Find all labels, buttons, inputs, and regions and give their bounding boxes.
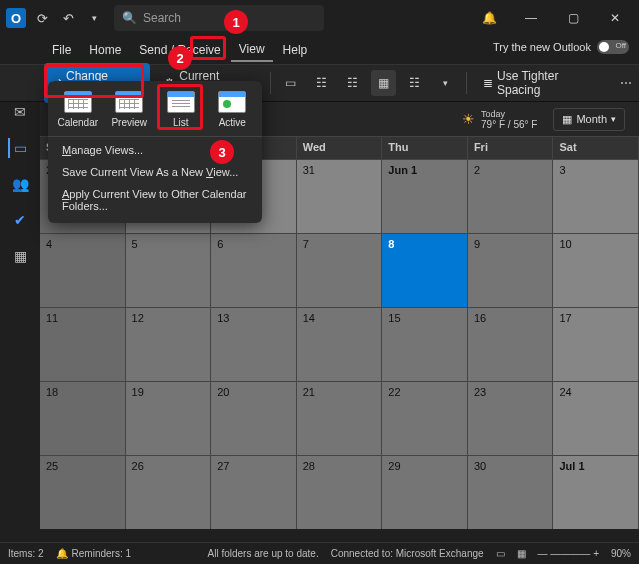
day-cell[interactable]: 14 <box>297 308 383 381</box>
day-cell[interactable]: 19 <box>126 382 212 455</box>
day-cell[interactable]: 23 <box>468 382 554 455</box>
day-cell[interactable]: 6 <box>211 234 297 307</box>
menu-home[interactable]: Home <box>81 39 129 61</box>
view-option-calendar[interactable]: Calendar <box>54 91 102 128</box>
day-cell[interactable]: 25 <box>40 456 126 529</box>
tighter-label: Use Tighter Spacing <box>497 69 600 97</box>
tighter-spacing-button[interactable]: ≣ Use Tighter Spacing <box>475 63 608 103</box>
notifications-icon[interactable]: 🔔 <box>471 0 507 36</box>
menu-text: Save Current View As a New View... <box>62 166 238 178</box>
rail-more-apps-icon[interactable]: ▦ <box>10 246 30 266</box>
chevron-down-icon: ▾ <box>611 114 616 124</box>
menu-file[interactable]: File <box>44 39 79 61</box>
day-cell[interactable]: 2 <box>468 160 554 233</box>
day-cell[interactable]: 16 <box>468 308 554 381</box>
maximize-button[interactable]: ▢ <box>555 0 591 36</box>
menu-text: pply Current View to Other Calendar Fold… <box>62 188 246 212</box>
annotation-badge-2: 2 <box>168 46 192 70</box>
day-cell[interactable]: Jul 1 <box>553 456 639 529</box>
view-option-preview[interactable]: Preview <box>105 91 153 128</box>
left-rail: ✉ ▭ 👥 ✔ ▦ <box>0 102 40 542</box>
weather-today-label: Today <box>481 109 537 119</box>
day-cell[interactable]: 30 <box>468 456 554 529</box>
day-cell[interactable]: 29 <box>382 456 468 529</box>
day-cell[interactable]: 15 <box>382 308 468 381</box>
day-view-icon[interactable]: ▭ <box>279 70 304 96</box>
view-selector[interactable]: ▦ Month ▾ <box>553 108 625 131</box>
undo-icon[interactable]: ↶ <box>58 11 78 26</box>
search-box[interactable]: 🔍 Search <box>114 5 324 31</box>
view-option-label: Calendar <box>57 117 98 128</box>
day-cell[interactable]: 7 <box>297 234 383 307</box>
day-cell[interactable]: 22 <box>382 382 468 455</box>
apply-view-menu[interactable]: Apply Current View to Other Calendar Fol… <box>48 183 262 217</box>
day-cell[interactable]: 27 <box>211 456 297 529</box>
calendar-view-icon <box>64 91 92 113</box>
day-cell[interactable]: 21 <box>297 382 383 455</box>
menu-help[interactable]: Help <box>275 39 316 61</box>
day-cell[interactable]: 26 <box>126 456 212 529</box>
day-cell[interactable]: 18 <box>40 382 126 455</box>
view-option-active[interactable]: Active <box>208 91 256 128</box>
preview-view-icon <box>115 91 143 113</box>
view-option-label: Preview <box>111 117 147 128</box>
sync-icon[interactable]: ⟳ <box>32 11 52 26</box>
day-cell[interactable]: 11 <box>40 308 126 381</box>
zoom-slider[interactable]: — ———— + <box>538 548 599 559</box>
zoom-value: 90% <box>611 548 631 559</box>
outlook-app-icon[interactable]: O <box>6 8 26 28</box>
rail-mail-icon[interactable]: ✉ <box>10 102 30 122</box>
day-header: Fri <box>468 137 554 159</box>
view-selector-label: Month <box>576 113 607 125</box>
day-cell[interactable]: 20 <box>211 382 297 455</box>
day-cell[interactable]: Jun 1 <box>382 160 468 233</box>
menu-view[interactable]: View <box>231 38 273 62</box>
try-new-outlook: Try the new Outlook Off <box>493 40 629 54</box>
work-week-view-icon[interactable]: ☷ <box>309 70 334 96</box>
day-cell[interactable]: 28 <box>297 456 383 529</box>
day-cell[interactable]: 3 <box>553 160 639 233</box>
status-reminders[interactable]: 🔔Reminders: 1 <box>56 548 131 559</box>
bell-icon: 🔔 <box>56 548 68 559</box>
day-cell[interactable]: 17 <box>553 308 639 381</box>
day-header: Thu <box>382 137 468 159</box>
view-option-label: Active <box>219 117 246 128</box>
minimize-button[interactable]: — <box>513 0 549 36</box>
day-cell[interactable]: 24 <box>553 382 639 455</box>
day-cell[interactable]: 4 <box>40 234 126 307</box>
search-icon: 🔍 <box>122 11 137 25</box>
annotation-badge-1: 1 <box>224 10 248 34</box>
day-cell[interactable]: 9 <box>468 234 554 307</box>
title-bar: O ⟳ ↶ ▾ 🔍 Search 🔔 — ▢ ✕ <box>0 0 639 36</box>
try-new-toggle[interactable]: Off <box>597 40 629 54</box>
day-cell[interactable]: 5 <box>126 234 212 307</box>
rail-todo-icon[interactable]: ✔ <box>10 210 30 230</box>
menu-text: anage Views... <box>71 144 143 156</box>
view-dropdown-icon[interactable]: ▾ <box>433 70 458 96</box>
weather-widget[interactable]: ☀ Today 79° F / 56° F <box>462 109 537 130</box>
dropdown-icon[interactable]: ▾ <box>84 13 104 23</box>
week-view-icon[interactable]: ☷ <box>340 70 365 96</box>
menu-bar: File Home Send / Receive View Help Try t… <box>0 36 639 64</box>
active-view-icon <box>218 91 246 113</box>
month-view-icon[interactable]: ▦ <box>371 70 396 96</box>
search-placeholder: Search <box>143 11 181 25</box>
list-view-icon <box>167 91 195 113</box>
status-bar: Items: 2 🔔Reminders: 1 All folders are u… <box>0 542 639 564</box>
spacing-icon: ≣ <box>483 76 493 90</box>
more-commands-icon[interactable]: ⋯ <box>614 70 639 96</box>
day-cell[interactable]: 31 <box>297 160 383 233</box>
rail-people-icon[interactable]: 👥 <box>10 174 30 194</box>
day-cell[interactable]: 10 <box>553 234 639 307</box>
day-cell[interactable]: 13 <box>211 308 297 381</box>
schedule-view-icon[interactable]: ☷ <box>402 70 427 96</box>
weather-temps: 79° F / 56° F <box>481 119 537 130</box>
status-view-normal-icon[interactable]: ▭ <box>496 548 505 559</box>
view-option-list[interactable]: List <box>157 91 205 128</box>
day-cell-today[interactable]: 8 <box>382 234 468 307</box>
day-cell[interactable]: 12 <box>126 308 212 381</box>
status-view-reading-icon[interactable]: ▦ <box>517 548 526 559</box>
rail-calendar-icon[interactable]: ▭ <box>8 138 28 158</box>
close-button[interactable]: ✕ <box>597 0 633 36</box>
save-view-menu[interactable]: Save Current View As a New View... <box>48 161 262 183</box>
